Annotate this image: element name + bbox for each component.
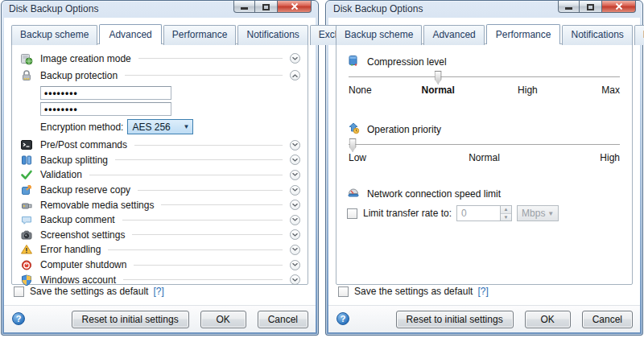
tick-high: High bbox=[600, 152, 620, 163]
expand-button[interactable] bbox=[290, 245, 300, 255]
close-icon bbox=[615, 2, 623, 10]
tab-advanced[interactable]: Advanced bbox=[99, 24, 161, 44]
spinner-up-button[interactable]: ▲ bbox=[501, 206, 511, 213]
chevron-down-icon: ▼ bbox=[547, 210, 554, 217]
compression-slider-thumb[interactable] bbox=[435, 71, 442, 84]
expand-button[interactable] bbox=[290, 170, 300, 180]
expand-button[interactable] bbox=[290, 229, 300, 240]
maximize-button[interactable] bbox=[255, 1, 277, 13]
chevron-down-icon bbox=[291, 188, 299, 192]
save-default-label: Save the settings as default bbox=[30, 286, 148, 297]
collapse-button[interactable] bbox=[290, 70, 300, 80]
usb-icon bbox=[20, 199, 33, 212]
chevron-down-icon bbox=[291, 233, 299, 237]
expand-button[interactable] bbox=[290, 215, 300, 225]
tab-notifications[interactable]: Notifications bbox=[237, 25, 308, 45]
reset-button[interactable]: Reset to initial settings bbox=[396, 311, 514, 328]
expand-button[interactable] bbox=[290, 200, 300, 210]
dialog-client-area: Backup scheme Advanced Performance Notif… bbox=[4, 18, 316, 332]
dialog-client-area: Backup scheme Advanced Performance Notif… bbox=[328, 18, 640, 332]
option-windows-account[interactable]: Windows account bbox=[20, 272, 300, 287]
cancel-button[interactable]: Cancel bbox=[258, 311, 308, 328]
operation-priority-header: Operation priority bbox=[347, 122, 441, 138]
camera-icon bbox=[20, 229, 33, 241]
tick-none: None bbox=[349, 84, 372, 96]
lock-icon bbox=[20, 69, 33, 82]
save-default-checkbox[interactable] bbox=[14, 286, 24, 297]
tab-backup-scheme[interactable]: Backup scheme bbox=[336, 25, 422, 45]
tab-exclusions[interactable]: Exclusions bbox=[634, 25, 644, 45]
tab-performance[interactable]: Performance bbox=[163, 25, 237, 45]
confirm-password-input[interactable] bbox=[40, 102, 171, 116]
priority-slider-thumb[interactable] bbox=[349, 138, 357, 152]
option-removable-media-settings[interactable]: Removable media settings bbox=[20, 197, 300, 212]
expand-button[interactable] bbox=[290, 260, 300, 270]
option-backup-protection[interactable]: Backup protection bbox=[20, 67, 300, 84]
expand-button[interactable] bbox=[290, 53, 300, 64]
compression-slider[interactable] bbox=[349, 76, 620, 78]
close-button[interactable] bbox=[277, 1, 312, 13]
limit-transfer-rate-checkbox[interactable] bbox=[347, 208, 357, 219]
password-input[interactable] bbox=[40, 86, 171, 100]
option-backup-reserve-copy[interactable]: Backup reserve copy bbox=[20, 183, 300, 198]
option-label: Error handling bbox=[40, 244, 101, 255]
option-label: Validation bbox=[40, 169, 82, 180]
network-speed-limit-header: Network connection speed limit bbox=[347, 186, 501, 202]
compression-level-header: Compression level bbox=[347, 54, 447, 70]
reset-button[interactable]: Reset to initial settings bbox=[72, 311, 189, 328]
expand-button[interactable] bbox=[290, 274, 300, 285]
help-icon[interactable]: ? bbox=[12, 312, 25, 325]
minimize-button[interactable] bbox=[558, 1, 580, 13]
maximize-icon bbox=[587, 4, 594, 10]
option-backup-comment[interactable]: Backup comment bbox=[20, 212, 300, 228]
dialog-disk-backup-options-performance: Disk Backup Options Backup scheme Advanc… bbox=[325, 0, 643, 336]
save-default-help-link[interactable]: [?] bbox=[153, 286, 163, 297]
minimize-button[interactable] bbox=[233, 1, 255, 13]
tab-notifications[interactable]: Notifications bbox=[562, 25, 632, 45]
option-backup-splitting[interactable]: Backup splitting bbox=[20, 153, 300, 168]
network-speed-limit-label: Network connection speed limit bbox=[367, 188, 501, 200]
tick-normal: Normal bbox=[469, 152, 500, 163]
expand-button[interactable] bbox=[290, 140, 300, 150]
priority-slider[interactable] bbox=[349, 144, 620, 146]
expand-button[interactable] bbox=[290, 155, 300, 165]
limit-transfer-rate-label: Limit transfer rate to: bbox=[363, 208, 452, 219]
chevron-down-icon bbox=[291, 172, 299, 177]
ok-button[interactable]: OK bbox=[200, 311, 246, 328]
rate-unit-select[interactable]: Mbps ▼ bbox=[517, 205, 559, 221]
option-computer-shutdown[interactable]: Computer shutdown bbox=[20, 258, 300, 273]
dialog-footer: Reset to initial settings OK Cancel bbox=[328, 305, 640, 332]
option-validation[interactable]: Validation bbox=[20, 167, 300, 183]
window-controls bbox=[558, 1, 636, 13]
maximize-button[interactable] bbox=[580, 1, 601, 13]
spinner-down-button[interactable]: ▼ bbox=[501, 213, 511, 221]
reserve-copy-icon bbox=[20, 183, 33, 196]
cancel-button[interactable]: Cancel bbox=[582, 311, 633, 328]
close-button[interactable] bbox=[601, 1, 636, 13]
option-image-creation-mode[interactable]: Image creation mode bbox=[20, 50, 300, 67]
ok-button[interactable]: OK bbox=[525, 311, 571, 328]
tab-performance[interactable]: Performance bbox=[486, 24, 561, 44]
tick-normal: Normal bbox=[422, 84, 455, 96]
transfer-rate-input[interactable] bbox=[456, 205, 500, 221]
separator-line bbox=[115, 159, 283, 160]
chevron-down-icon bbox=[291, 278, 299, 282]
option-error-handling[interactable]: Error handling bbox=[20, 242, 300, 258]
chevron-down-icon bbox=[291, 56, 299, 61]
chevron-down-icon bbox=[291, 158, 299, 163]
tab-backup-scheme[interactable]: Backup scheme bbox=[11, 25, 97, 45]
option-label: Screenshot settings bbox=[40, 229, 125, 241]
tick-low: Low bbox=[349, 152, 366, 163]
encryption-method-select[interactable]: AES 256 ▼ bbox=[127, 119, 193, 134]
option-screenshot-settings[interactable]: Screenshot settings bbox=[20, 228, 300, 243]
save-default-checkbox[interactable] bbox=[338, 286, 349, 297]
tab-advanced[interactable]: Advanced bbox=[423, 25, 484, 45]
tab-strip: Backup scheme Advanced Performance Notif… bbox=[328, 18, 640, 44]
expand-button[interactable] bbox=[290, 185, 300, 196]
option-pre-post-commands[interactable]: Pre/Post commands bbox=[20, 138, 300, 153]
help-icon[interactable]: ? bbox=[336, 312, 349, 325]
tab-strip: Backup scheme Advanced Performance Notif… bbox=[4, 18, 316, 44]
limit-transfer-rate-row: Limit transfer rate to: ▲ ▼ Mbps ▼ bbox=[347, 205, 559, 221]
save-default-help-link[interactable]: [?] bbox=[477, 286, 488, 297]
separator-line bbox=[138, 190, 283, 191]
